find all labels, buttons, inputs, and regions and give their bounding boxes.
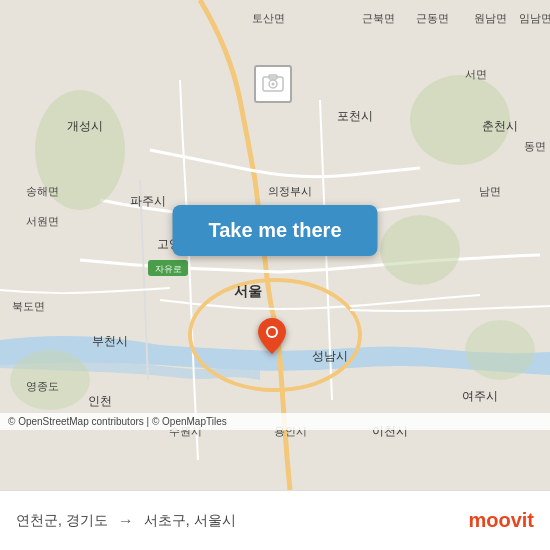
svg-text:춘천시: 춘천시 xyxy=(482,119,518,133)
svg-text:파주시: 파주시 xyxy=(130,194,166,208)
svg-text:원남면: 원남면 xyxy=(474,12,507,24)
svg-text:남면: 남면 xyxy=(479,185,501,197)
route-info: 연천군, 경기도 → 서초구, 서울시 xyxy=(16,512,236,530)
photo-marker xyxy=(254,65,292,103)
svg-text:영종도: 영종도 xyxy=(26,380,59,392)
svg-text:인천: 인천 xyxy=(88,394,112,408)
bottom-bar: 연천군, 경기도 → 서초구, 서울시 moovit xyxy=(0,490,550,550)
moovit-logo: moovit xyxy=(468,509,534,532)
attribution-bar: © OpenStreetMap contributors | © OpenMap… xyxy=(0,413,550,430)
svg-text:성남시: 성남시 xyxy=(312,349,348,363)
svg-text:임남면: 임남면 xyxy=(519,12,551,24)
route-from: 연천군, 경기도 xyxy=(16,512,108,530)
svg-text:의정부시: 의정부시 xyxy=(268,185,312,197)
svg-text:여주시: 여주시 xyxy=(462,389,498,403)
svg-text:부천시: 부천시 xyxy=(92,334,128,348)
map-container: 토산면 근북면 근동면 원남면 임남면 서면 개성시 포천시 춘천시 동면 송해… xyxy=(0,0,550,490)
svg-point-5 xyxy=(465,320,535,380)
svg-text:근동면: 근동면 xyxy=(416,12,449,24)
take-me-there-button[interactable]: Take me there xyxy=(172,205,377,256)
svg-point-40 xyxy=(268,328,276,336)
svg-text:서울: 서울 xyxy=(234,283,262,299)
map-pin xyxy=(258,318,286,358)
moovit-brand-text: moovit xyxy=(468,509,534,532)
svg-text:서원면: 서원면 xyxy=(26,215,59,227)
svg-point-37 xyxy=(272,83,275,86)
attribution-text: © OpenStreetMap contributors | © OpenMap… xyxy=(8,416,227,427)
svg-text:토산면: 토산면 xyxy=(252,12,285,24)
route-to: 서초구, 서울시 xyxy=(144,512,236,530)
svg-text:포천시: 포천시 xyxy=(337,109,373,123)
svg-text:서면: 서면 xyxy=(465,68,487,80)
svg-text:송해면: 송해면 xyxy=(26,185,59,197)
svg-text:근북면: 근북면 xyxy=(362,12,395,24)
svg-point-4 xyxy=(380,215,460,285)
route-arrow: → xyxy=(118,512,134,530)
svg-text:북도면: 북도면 xyxy=(12,300,45,312)
svg-text:동면: 동면 xyxy=(524,140,546,152)
svg-text:자유로: 자유로 xyxy=(155,264,182,274)
svg-text:개성시: 개성시 xyxy=(67,119,103,133)
